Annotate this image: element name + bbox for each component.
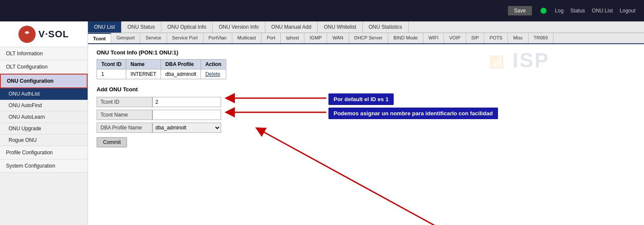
tab-onu-whitelist[interactable]: ONU Whitelist	[318, 21, 362, 33]
tab-igmp[interactable]: IGMP	[304, 33, 327, 43]
tab-gemport[interactable]: Gemport	[111, 33, 140, 43]
col-tcont-id: Tcont ID	[97, 60, 126, 69]
tab-onu-version-info[interactable]: ONU Version Info	[213, 21, 265, 33]
section2-title: Add ONU Tcont	[97, 86, 635, 93]
sidebar-subitem-onu-autolearn[interactable]: ONU AutoLearn	[0, 111, 88, 123]
onu-list-link[interactable]: ONU List	[592, 8, 613, 14]
tab-tcont[interactable]: Tcont	[88, 33, 111, 43]
tab-onu-manual-add[interactable]: ONU Manual Add	[265, 21, 318, 33]
cell-name: INTERNET	[126, 69, 161, 79]
col-name: Name	[126, 60, 161, 69]
tab-bar-2: Tcont Gemport Service Service Port PortV…	[88, 33, 644, 44]
col-dba-profile: DBA Profile	[161, 60, 201, 69]
status-link[interactable]: Status	[571, 8, 585, 14]
section1-title: ONU Tcont Info (PON:1 ONU:1)	[97, 49, 635, 56]
delete-link[interactable]: Delete	[205, 71, 220, 77]
cell-action: Delete	[201, 69, 226, 79]
tab-multicast[interactable]: Multicast	[232, 33, 261, 43]
label-tcont-id: Tcont ID	[97, 97, 152, 107]
tab-dhcp-server[interactable]: DHCP Server	[349, 33, 388, 43]
tab-onu-statistics[interactable]: ONU Statistics	[363, 21, 409, 33]
status-indicator	[541, 8, 547, 14]
tab-portvlan[interactable]: PortVlan	[204, 33, 232, 43]
select-dba-profile[interactable]: dba_adminolt	[152, 123, 221, 133]
tab-onu-optical-info[interactable]: ONU Optical Info	[161, 21, 213, 33]
sidebar-subitem-onu-upgrade[interactable]: ONU Upgrade	[0, 123, 88, 135]
sidebar: V·SOL OLT Information OLT Configuration …	[0, 21, 88, 225]
tab-voip[interactable]: VOIP	[444, 33, 466, 43]
tab-bar-1: ONU List ONU Status ONU Optical Info ONU…	[88, 21, 644, 33]
tab-onu-status[interactable]: ONU Status	[122, 21, 161, 33]
logo-text: V·SOL	[38, 29, 69, 40]
tab-wan[interactable]: WAN	[327, 33, 349, 43]
logo: V·SOL	[0, 21, 88, 47]
top-header: Save Log Status ONU List Logout	[0, 0, 644, 21]
content-body: 📶 ISP ONU Tcont Info (PON:1 ONU:1) Tcont…	[88, 44, 644, 225]
sidebar-item-profile-config[interactable]: Profile Configuration	[0, 146, 88, 159]
log-link[interactable]: Log	[555, 8, 564, 14]
tab-bind-mode[interactable]: BIND Mode	[388, 33, 423, 43]
tab-tr069[interactable]: TR069	[529, 33, 553, 43]
label-tcont-name: Tcont Name	[97, 110, 152, 120]
tcont-table: Tcont ID Name DBA Profile Action 1 INTER…	[97, 59, 226, 79]
cell-tcont-id: 1	[97, 69, 126, 79]
input-tcont-name[interactable]	[152, 110, 221, 120]
tab-pots[interactable]: POTS	[484, 33, 508, 43]
tab-service[interactable]: Service	[140, 33, 167, 43]
input-tcont-id[interactable]	[152, 97, 221, 107]
commit-button[interactable]: Commit	[97, 137, 127, 147]
isp-watermark: 📶 ISP	[489, 48, 550, 72]
tab-sip[interactable]: SIP	[466, 33, 485, 43]
content-area: ONU List ONU Status ONU Optical Info ONU…	[88, 21, 644, 225]
save-button[interactable]: Save	[508, 6, 532, 15]
tab-iphost[interactable]: Iphost	[281, 33, 304, 43]
sidebar-item-olt-config[interactable]: OLT Configuration	[0, 60, 88, 74]
svg-point-0	[21, 29, 33, 40]
sidebar-item-system-config[interactable]: System Configuration	[0, 159, 88, 173]
form-row-dba-profile: DBA Profile Name dba_adminolt	[97, 123, 635, 133]
annotation-2: Podemos asignar un nombre para identific…	[328, 108, 498, 119]
logo-icon	[18, 26, 36, 43]
sidebar-item-onu-config[interactable]: ONU Configuration	[0, 74, 88, 88]
sidebar-subitem-onu-autofind[interactable]: ONU AutoFind	[0, 100, 88, 111]
logout-link[interactable]: Logout	[620, 8, 635, 14]
sidebar-subitem-onu-authlist[interactable]: ONU AuthList	[0, 88, 88, 100]
nav-links: Log Status ONU List Logout	[555, 8, 635, 14]
tab-wifi[interactable]: WIFI	[423, 33, 444, 43]
sidebar-subitem-rogue-onu[interactable]: Rogue ONU	[0, 135, 88, 146]
tab-port[interactable]: Port	[261, 33, 281, 43]
cell-dba-profile: dba_adminolt	[161, 69, 201, 79]
sidebar-item-olt-info[interactable]: OLT Information	[0, 47, 88, 60]
tab-onu-list[interactable]: ONU List	[88, 21, 122, 33]
table-row: 1 INTERNET dba_adminolt Delete	[97, 69, 226, 79]
col-action: Action	[201, 60, 226, 69]
svg-point-1	[26, 31, 28, 34]
tab-misc[interactable]: Misc	[508, 33, 529, 43]
tab-service-port[interactable]: Service Port	[167, 33, 204, 43]
annotation-1: Por default el ID es 1	[328, 93, 394, 105]
label-dba-profile: DBA Profile Name	[97, 123, 152, 133]
